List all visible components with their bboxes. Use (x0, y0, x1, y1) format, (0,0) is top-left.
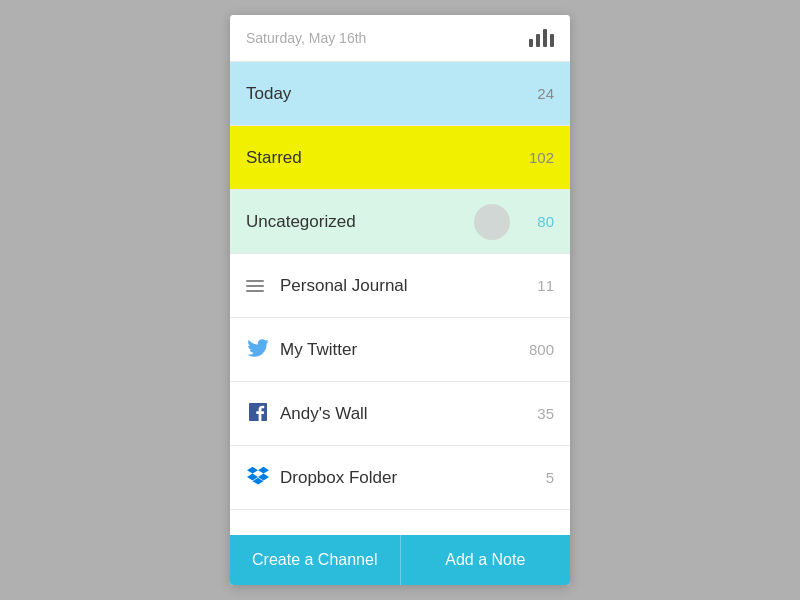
personal-journal-count: 11 (537, 277, 554, 294)
app-container: Saturday, May 16th Today 24 Starred 102 (230, 15, 570, 585)
travel-journal-label: Travel Journal (280, 532, 387, 536)
facebook-icon (246, 403, 270, 425)
list-item-starred[interactable]: Starred 102 (230, 126, 570, 190)
uncategorized-count: 80 (537, 213, 554, 230)
my-twitter-count: 800 (529, 341, 554, 358)
today-count: 24 (537, 85, 554, 102)
dropbox-icon (246, 466, 270, 490)
add-note-button[interactable]: Add a Note (401, 535, 571, 585)
andys-wall-label: Andy's Wall (280, 404, 368, 424)
uncategorized-label: Uncategorized (246, 212, 356, 232)
list-item-dropbox-folder[interactable]: Dropbox Folder 5 (230, 446, 570, 510)
my-twitter-label: My Twitter (280, 340, 357, 360)
andys-wall-count: 35 (537, 405, 554, 422)
footer: Create a Channel Add a Note (230, 535, 570, 585)
list-item-personal-journal[interactable]: Personal Journal 11 (230, 254, 570, 318)
twitter-icon (246, 339, 270, 361)
list-item-travel-journal[interactable]: Travel Journal 11 (230, 510, 570, 535)
header: Saturday, May 16th (230, 15, 570, 62)
create-channel-button[interactable]: Create a Channel (230, 535, 401, 585)
list-item-today[interactable]: Today 24 (230, 62, 570, 126)
header-date: Saturday, May 16th (246, 30, 366, 46)
today-label: Today (246, 84, 291, 104)
list-item-uncategorized[interactable]: Uncategorized 80 (230, 190, 570, 254)
drag-handle[interactable] (474, 204, 510, 240)
list-item-my-twitter[interactable]: My Twitter 800 (230, 318, 570, 382)
list-item-andys-wall[interactable]: Andy's Wall 35 (230, 382, 570, 446)
starred-count: 102 (529, 149, 554, 166)
personal-journal-label: Personal Journal (280, 276, 408, 296)
filter-icon[interactable] (529, 29, 554, 47)
starred-label: Starred (246, 148, 302, 168)
lines-icon (246, 280, 270, 292)
dropbox-folder-label: Dropbox Folder (280, 468, 397, 488)
channel-list: Today 24 Starred 102 Uncategorized 80 (230, 62, 570, 535)
travel-journal-count: 11 (537, 533, 554, 535)
dropbox-folder-count: 5 (546, 469, 554, 486)
